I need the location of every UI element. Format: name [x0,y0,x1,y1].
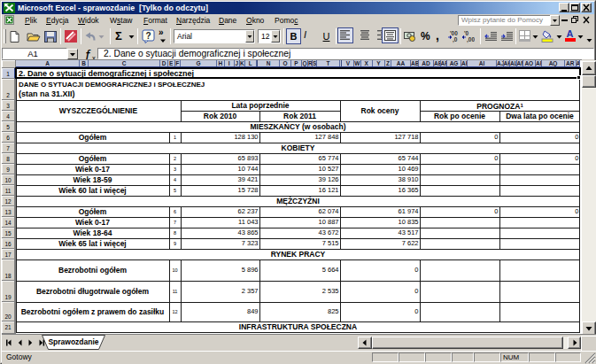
svg-text:,00: ,00 [467,36,475,43]
svg-text:'00: '00 [450,30,458,36]
svg-text:?: ? [145,31,151,41]
svg-text:,0: ,0 [453,36,458,43]
svg-text:'0: '0 [464,30,469,36]
